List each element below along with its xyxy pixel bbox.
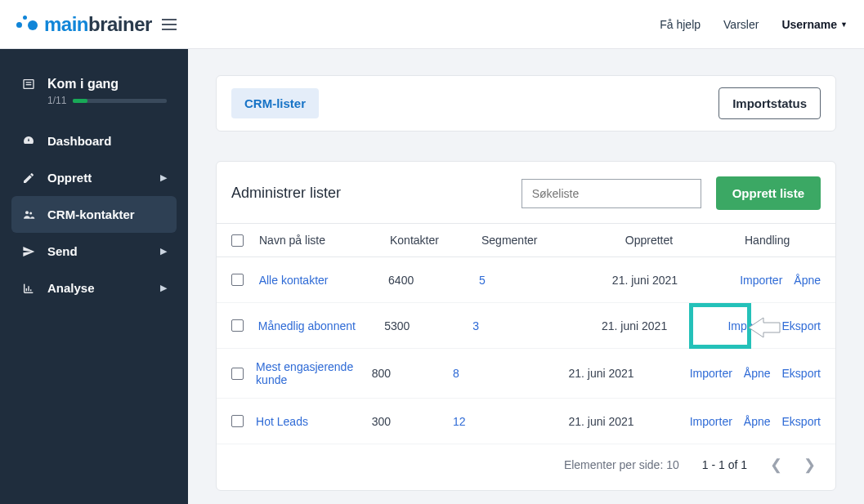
list-panel: Administrer lister Opprett liste Navn på… bbox=[216, 161, 836, 491]
lists-table: Navn på liste Kontakter Segmenter Oppret… bbox=[217, 223, 835, 444]
pager-prev-button[interactable]: ❮ bbox=[770, 456, 782, 474]
sidebar-item-label: Send bbox=[47, 244, 149, 258]
list-name-link[interactable]: Alle kontakter bbox=[259, 274, 329, 287]
table-row: Hot Leads3001221. juni 2021ImporterÅpneE… bbox=[217, 399, 835, 444]
action-åpne[interactable]: Åpne bbox=[744, 367, 771, 380]
action-åpne[interactable]: Åpne bbox=[744, 415, 771, 428]
logo-wrap: mainbrainer bbox=[16, 13, 177, 36]
action-åpne[interactable]: Åpne bbox=[794, 274, 821, 287]
list-name-link[interactable]: Mest engasjerende kunde bbox=[256, 360, 353, 386]
action-importer[interactable]: Importer bbox=[740, 274, 782, 287]
chevron-right-icon: ▶ bbox=[160, 172, 167, 183]
action-importer[interactable]: Importer bbox=[690, 367, 732, 380]
help-link[interactable]: Få hjelp bbox=[660, 18, 701, 31]
table-row: Månedlig abonnent5300321. juni 2021Impor… bbox=[217, 303, 835, 349]
pager-next-button[interactable]: ❯ bbox=[804, 456, 816, 474]
action-eksport[interactable]: Eksport bbox=[782, 367, 821, 380]
chevron-right-icon: ▶ bbox=[160, 283, 167, 293]
search-input[interactable] bbox=[522, 179, 701, 208]
chart-bar-icon bbox=[21, 282, 36, 295]
created-cell: 21. juni 2021 bbox=[545, 415, 656, 428]
gauge-icon bbox=[21, 135, 36, 148]
contacts-cell: 300 bbox=[372, 415, 453, 428]
create-list-button[interactable]: Opprett liste bbox=[716, 176, 821, 210]
contacts-cell: 6400 bbox=[388, 274, 479, 287]
created-cell: 21. juni 2021 bbox=[574, 319, 696, 332]
row-checkbox[interactable] bbox=[231, 319, 244, 332]
actions-cell: ImporterÅpneEksport bbox=[657, 367, 821, 380]
action-eksport[interactable]: Eksport bbox=[782, 415, 821, 428]
panel-head: Administrer lister Opprett liste bbox=[217, 162, 835, 223]
row-checkbox[interactable] bbox=[231, 415, 244, 427]
hamburger-icon[interactable] bbox=[162, 19, 177, 30]
contacts-cell: 5300 bbox=[384, 319, 472, 332]
pager: Elementer per side: 10 1 - 1 of 1 ❮ ❯ bbox=[217, 444, 835, 490]
svg-point-4 bbox=[29, 212, 32, 214]
sidebar-item-label: Dashboard bbox=[47, 134, 167, 148]
pager-range: 1 - 1 of 1 bbox=[702, 458, 747, 471]
sidebar-item-send[interactable]: Send ▶ bbox=[11, 233, 177, 270]
segments-link[interactable]: 8 bbox=[453, 367, 459, 380]
logo-text-left: main bbox=[44, 13, 88, 35]
sidebar-item-label: Opprett bbox=[47, 171, 149, 185]
col-actions: Handling bbox=[712, 234, 821, 247]
segments-link[interactable]: 3 bbox=[472, 319, 479, 332]
alerts-link[interactable]: Varsler bbox=[723, 18, 759, 31]
select-all-checkbox[interactable] bbox=[231, 234, 244, 247]
crm-lister-pill[interactable]: CRM-lister bbox=[231, 88, 319, 118]
action-eksport[interactable]: Eksport bbox=[782, 319, 821, 332]
col-segments: Segmenter bbox=[481, 234, 586, 247]
action-importer[interactable]: Importer bbox=[690, 415, 732, 428]
actions-cell: ImporterÅpneEksport bbox=[657, 415, 821, 428]
col-name: Navn på liste bbox=[259, 234, 390, 247]
col-contacts: Kontakter bbox=[390, 234, 481, 247]
pager-per-page: Elementer per side: 10 bbox=[564, 458, 679, 471]
segments-link[interactable]: 5 bbox=[479, 274, 486, 287]
sidebar-item-analyse[interactable]: Analyse ▶ bbox=[11, 270, 177, 306]
import-status-button[interactable]: Importstatus bbox=[719, 87, 821, 119]
sidebar-item-opprett[interactable]: Opprett ▶ bbox=[11, 159, 177, 196]
panel-title: Administrer lister bbox=[231, 185, 341, 202]
paper-plane-icon bbox=[21, 245, 36, 258]
caret-down-icon: ▼ bbox=[840, 20, 848, 29]
logo[interactable]: mainbrainer bbox=[16, 13, 152, 36]
col-created: Opprettet bbox=[586, 234, 712, 247]
table-row: Mest engasjerende kunde800821. juni 2021… bbox=[217, 349, 835, 399]
pencil-icon bbox=[21, 172, 36, 185]
actions-cell: ImporterÅpne bbox=[707, 274, 821, 287]
sidebar-start-label: Kom i gang bbox=[47, 77, 119, 91]
sidebar-item-label: CRM-kontakter bbox=[47, 207, 167, 221]
sidebar-start[interactable]: Kom i gang 1/11 bbox=[11, 72, 177, 106]
username-dropdown[interactable]: Username ▼ bbox=[781, 18, 848, 31]
sidebar-item-crm-kontakter[interactable]: CRM-kontakter bbox=[11, 196, 177, 233]
svg-point-3 bbox=[25, 211, 29, 214]
logo-text-right: brainer bbox=[88, 13, 152, 35]
row-checkbox[interactable] bbox=[231, 274, 244, 286]
header-card: CRM-lister Importstatus bbox=[216, 75, 836, 132]
action-importer[interactable]: Importer bbox=[727, 319, 770, 332]
sidebar-progress-text: 1/11 bbox=[47, 95, 66, 106]
sidebar-item-label: Analyse bbox=[47, 281, 149, 295]
users-icon bbox=[21, 208, 36, 221]
logo-dots-icon bbox=[16, 16, 39, 33]
main-content: CRM-lister Importstatus Administrer list… bbox=[188, 49, 864, 504]
username-label: Username bbox=[781, 18, 837, 31]
created-cell: 21. juni 2021 bbox=[583, 274, 707, 287]
table-header: Navn på liste Kontakter Segmenter Oppret… bbox=[217, 223, 835, 257]
contacts-cell: 800 bbox=[372, 367, 453, 380]
segments-link[interactable]: 12 bbox=[453, 415, 466, 428]
sidebar-progress-bar bbox=[73, 99, 167, 103]
sidebar-item-dashboard[interactable]: Dashboard bbox=[11, 123, 177, 159]
list-name-link[interactable]: Hot Leads bbox=[256, 415, 308, 428]
row-checkbox[interactable] bbox=[231, 368, 244, 380]
sidebar: Kom i gang 1/11 Dashboard Opprett ▶ bbox=[0, 49, 188, 504]
actions-cell: ImporterEksport bbox=[695, 319, 821, 332]
newspaper-icon bbox=[21, 78, 36, 91]
table-row: Alle kontakter6400521. juni 2021Importer… bbox=[217, 257, 835, 303]
list-name-link[interactable]: Månedlig abonnent bbox=[258, 319, 356, 332]
created-cell: 21. juni 2021 bbox=[545, 367, 656, 380]
top-right: Få hjelp Varsler Username ▼ bbox=[660, 18, 848, 31]
top-bar: mainbrainer Få hjelp Varsler Username ▼ bbox=[0, 0, 864, 49]
chevron-right-icon: ▶ bbox=[160, 246, 167, 256]
